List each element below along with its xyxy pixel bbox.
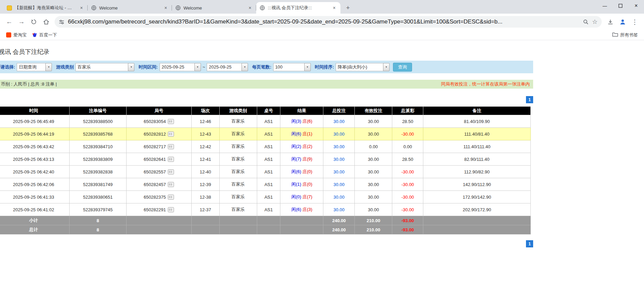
- sort-arrow[interactable]: ▼: [383, 63, 390, 71]
- round-detail-icon[interactable]: [168, 182, 174, 187]
- forward-icon[interactable]: →: [16, 16, 27, 28]
- date-end-arrow[interactable]: ▼: [241, 63, 248, 71]
- cell-round-id: 650282557: [126, 166, 191, 178]
- sort-input[interactable]: [336, 63, 383, 71]
- maximize-icon[interactable]: [613, 0, 628, 12]
- cell-bet-id: 522839379745: [69, 203, 126, 216]
- bookmark-star-icon[interactable]: ☆: [592, 18, 598, 26]
- mode-select-arrow[interactable]: ▼: [45, 63, 52, 71]
- column-header: 注单编号: [69, 107, 126, 115]
- browser-tab[interactable]: Welcome×: [172, 2, 256, 14]
- round-detail-icon[interactable]: [168, 119, 174, 124]
- date-start-input[interactable]: [160, 63, 195, 71]
- tab-title: Welcome: [184, 5, 245, 11]
- close-icon[interactable]: ×: [628, 0, 644, 12]
- home-icon[interactable]: [40, 16, 52, 28]
- round-id-text: 650282375: [144, 195, 166, 200]
- cell-round-id: 650282291: [126, 203, 191, 216]
- total-bet-link[interactable]: 30.00: [334, 119, 345, 124]
- cell-payout: -30.00: [392, 128, 423, 140]
- cell-payout: 0.00: [392, 140, 423, 153]
- tab-close-icon[interactable]: ×: [247, 5, 253, 11]
- cell-result: 闲(1) 庄(0): [280, 178, 323, 191]
- total-bet-link[interactable]: 30.00: [334, 169, 345, 174]
- back-icon[interactable]: ←: [3, 16, 15, 28]
- total-bet-link[interactable]: 30.00: [334, 144, 345, 149]
- cell-note: 81.40/109.90: [423, 115, 531, 128]
- downloads-icon[interactable]: [604, 16, 616, 28]
- round-detail-icon[interactable]: [168, 132, 174, 137]
- chevron-down-icon: ▼: [196, 66, 199, 68]
- round-detail-icon[interactable]: [168, 144, 174, 149]
- round-id-text: 650282291: [144, 207, 166, 212]
- cell-table-number: AS1: [257, 203, 280, 216]
- round-detail-icon[interactable]: [168, 169, 174, 174]
- total-bet-link[interactable]: 30.00: [334, 132, 345, 137]
- total-total-bet: 240.00: [323, 225, 355, 234]
- zoom-icon[interactable]: [583, 19, 589, 25]
- date-end-input[interactable]: [207, 63, 242, 71]
- game-type-input[interactable]: [75, 63, 128, 71]
- minimize-icon[interactable]: —: [597, 0, 613, 12]
- search-button[interactable]: 查询: [393, 63, 412, 72]
- pagination-bottom: 1: [0, 240, 533, 247]
- round-detail-icon[interactable]: [168, 195, 174, 200]
- mode-select-input[interactable]: [17, 63, 46, 71]
- browser-tab[interactable]: 【新提醒】海燕策略论坛 - 综合×: [3, 2, 88, 14]
- result-player: 闲(7): [291, 156, 301, 162]
- round-detail-icon[interactable]: [168, 157, 174, 162]
- menu-icon[interactable]: ⋮: [629, 16, 641, 28]
- result-banker: 庄(3): [303, 207, 312, 212]
- site-settings-icon[interactable]: [59, 19, 64, 25]
- cell-payout: -30.00: [392, 178, 423, 191]
- cell-valid-bet: 30.00: [355, 115, 392, 128]
- browser-tab[interactable]: :::视讯 会员下注纪录:::×: [256, 2, 340, 14]
- total-bet-link[interactable]: 30.00: [334, 157, 345, 162]
- address-bar[interactable]: 66cxkj98.com/game/betrecord_search/kind3…: [55, 16, 602, 28]
- cell-session: 12-41: [191, 153, 219, 166]
- round-detail-icon[interactable]: [168, 207, 174, 212]
- bookmark-item[interactable]: 爱淘宝: [3, 31, 29, 39]
- cell-table-number: AS1: [257, 153, 280, 166]
- game-type-arrow[interactable]: ▼: [128, 63, 134, 71]
- url-text[interactable]: 66cxkj98.com/game/betrecord_search/kind3…: [68, 18, 580, 25]
- result-player: 闲(3): [291, 119, 301, 124]
- reload-icon[interactable]: [28, 16, 40, 28]
- total-bet-link[interactable]: 30.00: [334, 195, 345, 200]
- column-header: 游戏类别: [219, 107, 257, 115]
- total-row: 总计 8 240.00 210.00 -93.00: [0, 225, 531, 234]
- cell-table-number: AS1: [257, 178, 280, 191]
- baidu-favicon: [32, 32, 37, 37]
- tab-close-icon[interactable]: ×: [332, 5, 337, 11]
- total-bet-link[interactable]: 30.00: [334, 207, 345, 212]
- cell-game-type: 百家乐: [219, 115, 257, 128]
- cell-game-type: 百家乐: [219, 203, 257, 216]
- browser-tab[interactable]: Welcome×: [88, 2, 172, 14]
- cell-note: 111.40/111.40: [423, 140, 531, 153]
- cell-result: 闲(0) 庄(7): [280, 191, 323, 203]
- tab-close-icon[interactable]: ×: [163, 5, 169, 11]
- tab-close-icon[interactable]: ×: [79, 5, 84, 11]
- result-player: 闲(6): [291, 207, 301, 212]
- cell-total-bet: 30.00: [323, 140, 355, 153]
- all-bookmarks-label: 所有书签: [620, 32, 638, 38]
- page-number-button[interactable]: 1: [526, 240, 533, 247]
- all-bookmarks-button[interactable]: 所有书签: [610, 31, 641, 39]
- page-size-arrow[interactable]: ▼: [304, 63, 311, 71]
- cell-note: 112.90/82.90: [423, 166, 531, 178]
- cell-total-bet: 30.00: [323, 191, 355, 203]
- cell-result: 闲(3) 庄(6): [280, 115, 323, 128]
- page-size-input[interactable]: [273, 63, 305, 71]
- cell-round-id: 650282457: [126, 178, 191, 191]
- bookmark-item[interactable]: 百度一下: [29, 31, 60, 39]
- new-tab-button[interactable]: +: [343, 3, 353, 13]
- tab-strip: 【新提醒】海燕策略论坛 - 综合×Welcome×Welcome×:::视讯 会…: [0, 0, 644, 14]
- bet-record-row: 2025-09-25 06:43:42522839384710650282717…: [0, 140, 531, 153]
- table-header-row: 时间注单编号局号场次游戏类别桌号结果总投注有效投注总派彩备注: [0, 107, 531, 115]
- result-banker: 庄(7): [303, 194, 312, 199]
- chevron-down-icon: ▼: [47, 66, 50, 68]
- date-start-arrow[interactable]: ▼: [194, 63, 201, 71]
- page-number-button[interactable]: 1: [526, 96, 533, 103]
- profile-icon[interactable]: [617, 16, 628, 28]
- total-bet-link[interactable]: 30.00: [334, 182, 345, 187]
